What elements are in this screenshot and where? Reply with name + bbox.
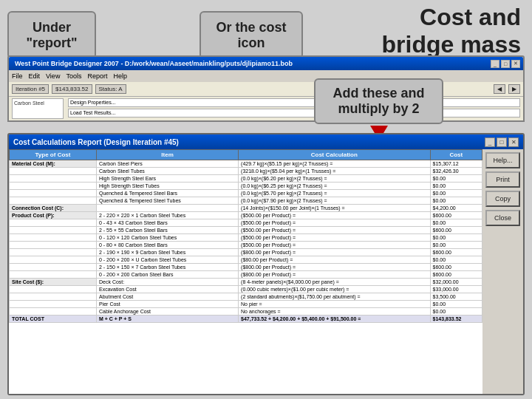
row-type <box>10 271 97 279</box>
close-btn[interactable]: ✕ <box>511 60 520 68</box>
row-item: 0 - 200 × 200 Carbon Steel Bars <box>97 271 239 279</box>
left-panel: Carbon Steel <box>12 98 64 119</box>
row-cost: $0.00 <box>430 219 482 227</box>
minimize-btn[interactable]: _ <box>491 60 499 68</box>
row-cost: $0.00 <box>430 308 482 316</box>
menu-report[interactable]: Report <box>87 72 107 80</box>
row-type <box>10 293 97 301</box>
cost-icon-box: Or the cost icon <box>200 11 303 59</box>
row-calc: (0.0 kg)×($7.90 per kg)×(2 Trusses) = <box>239 197 431 205</box>
row-type <box>10 264 97 271</box>
table-maximize-btn[interactable]: □ <box>497 137 507 147</box>
under-report-box: Under "report" <box>7 11 96 59</box>
browser-controls: _ □ ✕ <box>491 60 520 68</box>
menu-edit[interactable]: Edit <box>29 72 41 80</box>
print-button[interactable]: Print <box>485 171 520 188</box>
row-cost: $0.00 <box>430 242 482 249</box>
row-type <box>10 168 97 175</box>
row-type <box>10 197 97 205</box>
row-calc: (0.0 kg)×($6.25 per kg)×(2 Trusses) = <box>239 183 431 190</box>
toolbar-forward[interactable]: ▶ <box>508 84 520 94</box>
row-item: 0 - 80 × 80 Carbon Steel Bars <box>97 242 239 249</box>
row-type <box>10 219 97 227</box>
row-calc: (8 4-meter panels)×($4,000.00 per pane) … <box>239 279 431 286</box>
table-row: 2 - 55 × 55 Carbon Steel Bars ($500.00 p… <box>10 227 482 234</box>
row-calc: ($500.00 per Product) = <box>239 219 431 227</box>
table-row: 2 - 150 × 150 × 7 Carbon Steel Tubes ($8… <box>10 264 482 271</box>
row-cost: $32,000.00 <box>430 279 482 286</box>
row-item <box>97 205 239 212</box>
table-close-btn[interactable]: ✕ <box>508 137 519 147</box>
row-cost: $15,307.12 <box>430 160 482 168</box>
row-type <box>10 256 97 264</box>
cost-display: $143,833.52 <box>52 84 92 94</box>
row-type <box>10 301 97 308</box>
menu-help[interactable]: Help <box>113 72 127 80</box>
add-multiply-label: Add these and multiply by 2 <box>332 86 424 116</box>
row-calc: No pier = <box>239 301 431 308</box>
cost-calculations-table: Type of Cost Item Cost Calculation Cost … <box>9 149 482 323</box>
table-row: Pier Cost No pier = $0.00 <box>10 301 482 308</box>
row-item: Quenched & Tempered Steel Bars <box>97 190 239 197</box>
cost-table-title: Cost Calculations Report (Design Iterati… <box>13 138 485 146</box>
toolbar-back[interactable]: ◀ <box>494 84 505 94</box>
table-row: 2 - 190 × 190 × 9 Carbon Steel Tubes ($8… <box>10 249 482 256</box>
table-row: 0 - 43 × 43 Carbon Steel Bars ($500.00 p… <box>10 219 482 227</box>
status-display: Status: A <box>95 84 126 94</box>
row-cost: $600.00 <box>430 249 482 256</box>
table-minimize-btn[interactable]: _ <box>485 137 495 147</box>
menu-tools[interactable]: Tools <box>66 72 81 80</box>
row-calc: (2 standard abutments)×($1,750.00 per ab… <box>239 293 431 301</box>
cost-icon-label: Or the cost icon <box>211 20 291 51</box>
row-cost: $600.00 <box>430 271 482 279</box>
row-calc: (3218.0 kg)×($5.04 per kg)×(1 Trusses) = <box>239 168 431 175</box>
iteration-label: Iteration #5 <box>12 84 49 94</box>
row-calc: ($500.00 per Product) = <box>239 234 431 242</box>
menu-file[interactable]: File <box>12 72 23 80</box>
row-item: Deck Cost: <box>97 279 239 286</box>
cost-table-controls: _ □ ✕ <box>485 137 519 147</box>
row-cost: $0.00 <box>430 183 482 190</box>
load-test-results-row: Load Test Results... <box>68 109 520 117</box>
row-cost: $0.00 <box>430 301 482 308</box>
total-row: TOTAL COST M + C + P + S $47,733.52 + $4… <box>10 316 482 323</box>
browser-title: West Point Bridge Designer 2007 - D:/wor… <box>12 60 491 67</box>
help-button[interactable]: Help... <box>485 152 520 168</box>
row-type <box>10 308 97 316</box>
cost-table-titlebar: Cost Calculations Report (Design Iterati… <box>9 134 523 149</box>
table-row: 0 - 80 × 80 Carbon Steel Bars ($500.00 p… <box>10 242 482 249</box>
row-type <box>10 249 97 256</box>
cost-table-sidebar: Help... Print Copy Close <box>482 149 523 394</box>
cost-table-body: Type of Cost Item Cost Calculation Cost … <box>9 149 523 394</box>
row-type <box>10 286 97 293</box>
browser-toolbar: Iteration #5 $143,833.52 Status: A ◀ ▶ <box>9 82 523 97</box>
row-cost: $600.00 <box>430 227 482 234</box>
total-calc: $47,733.52 + $4,200.00 + $5,400.00 + $91… <box>239 316 431 323</box>
row-item: Carbon Steel Tubes <box>97 168 239 175</box>
cost-bridge-text: Cost andbridge mass <box>381 4 521 58</box>
maximize-btn[interactable]: □ <box>501 60 510 68</box>
cost-bridge-title: Cost andbridge mass <box>381 4 521 58</box>
row-calc: (429.7 kg)×($5.15 per kg)×(2 Trusses) = <box>239 160 431 168</box>
row-cost: $3,500.00 <box>430 293 482 301</box>
col-cost: Cost <box>430 150 482 160</box>
cost-table-main: Type of Cost Item Cost Calculation Cost … <box>9 149 482 394</box>
row-cost: $0.00 <box>430 197 482 205</box>
row-item: 2 - 190 × 190 × 9 Carbon Steel Tubes <box>97 249 239 256</box>
row-item: Carbon Steel Piers <box>97 160 239 168</box>
browser-menu-bar: File Edit View Tools Report Help <box>9 70 523 82</box>
row-item: 2 - 150 × 150 × 7 Carbon Steel Tubes <box>97 264 239 271</box>
row-cost: $33,000.00 <box>430 286 482 293</box>
table-row: 0 - 120 × 120 Carbon Steel Tubes ($500.0… <box>10 234 482 242</box>
row-item: 0 - 120 × 120 Carbon Steel Tubes <box>97 234 239 242</box>
copy-button[interactable]: Copy <box>485 191 520 207</box>
browser-content: Carbon Steel Design Properties... Load T… <box>9 97 523 120</box>
row-cost: $0.00 <box>430 190 482 197</box>
row-item: Quenched & Tempered Steel Tubes <box>97 197 239 205</box>
menu-view[interactable]: View <box>46 72 60 80</box>
row-item: 2 - 220 × 220 × 1 Carbon Steel Tubes <box>97 212 239 219</box>
close-button[interactable]: Close <box>485 210 520 226</box>
under-report-label: Under "report" <box>19 20 84 51</box>
row-type <box>10 175 97 183</box>
row-item: Pier Cost <box>97 301 239 308</box>
